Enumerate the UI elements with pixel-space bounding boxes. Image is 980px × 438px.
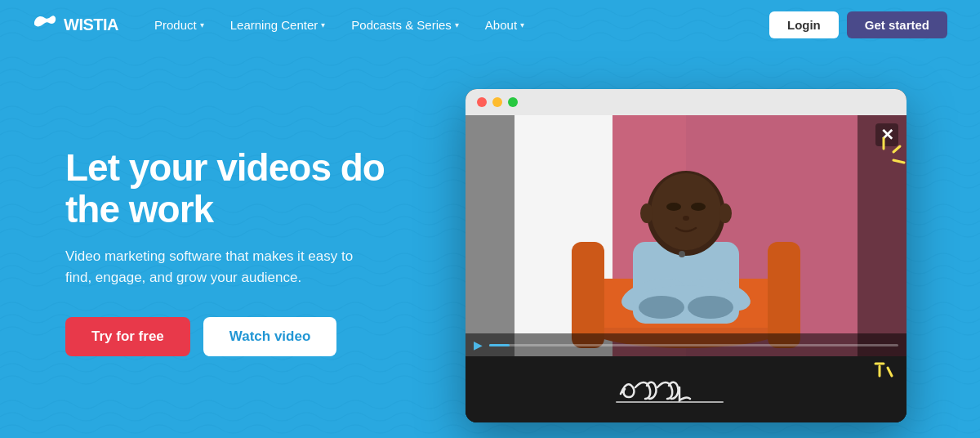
svg-point-23 bbox=[651, 173, 721, 250]
chevron-down-icon: ▾ bbox=[200, 20, 204, 29]
hero-section: Let your videos do the work Video market… bbox=[0, 49, 980, 438]
logo[interactable]: WISTIA bbox=[33, 13, 118, 36]
browser-window: ✕ ▶ bbox=[466, 89, 906, 422]
browser-titlebar bbox=[466, 89, 906, 115]
spark-decoration-top bbox=[859, 134, 908, 183]
svg-point-29 bbox=[679, 251, 685, 257]
logo-text: WISTIA bbox=[64, 16, 118, 34]
hero-subtitle: Video marketing software that makes it e… bbox=[65, 246, 359, 288]
svg-point-26 bbox=[683, 216, 689, 221]
get-started-button[interactable]: Get started bbox=[847, 11, 947, 38]
video-progress-bar[interactable] bbox=[489, 344, 898, 346]
nav-learning-center[interactable]: Learning Center ▾ bbox=[219, 11, 337, 38]
nav-about[interactable]: About ▾ bbox=[474, 11, 536, 38]
chevron-down-icon: ▾ bbox=[520, 20, 524, 29]
nav-product[interactable]: Product ▾ bbox=[143, 11, 216, 38]
hero-buttons: Try for free Watch video bbox=[65, 317, 441, 356]
svg-point-28 bbox=[719, 203, 732, 223]
chevron-down-icon: ▾ bbox=[321, 20, 325, 29]
signature-svg bbox=[604, 369, 768, 406]
play-icon[interactable]: ▶ bbox=[474, 338, 483, 351]
nav-right: Login Get started bbox=[769, 11, 947, 38]
nav-links: Product ▾ Learning Center ▾ Podcasts & S… bbox=[143, 11, 769, 38]
spark-decoration-bottom bbox=[871, 335, 916, 380]
signature-area bbox=[466, 356, 906, 422]
traffic-light-red bbox=[477, 97, 487, 107]
logo-icon bbox=[33, 13, 57, 36]
svg-rect-30 bbox=[466, 115, 514, 356]
svg-point-27 bbox=[640, 203, 653, 223]
watch-video-button[interactable]: Watch video bbox=[203, 317, 337, 356]
video-play-bar: ▶ bbox=[466, 333, 906, 356]
hero-title: Let your videos do the work bbox=[65, 147, 441, 230]
login-button[interactable]: Login bbox=[769, 11, 839, 38]
svg-line-2 bbox=[893, 160, 904, 163]
video-scene bbox=[466, 115, 906, 356]
hero-content: Let your videos do the work Video market… bbox=[65, 147, 441, 356]
svg-rect-14 bbox=[768, 242, 800, 348]
svg-point-19 bbox=[639, 296, 684, 319]
video-frame: ✕ ▶ bbox=[466, 115, 906, 356]
traffic-light-green bbox=[508, 97, 518, 107]
hero-visual: ✕ ▶ bbox=[441, 81, 931, 422]
video-progress-fill bbox=[489, 344, 510, 346]
svg-line-1 bbox=[893, 146, 900, 152]
navbar: WISTIA Product ▾ Learning Center ▾ Podca… bbox=[0, 0, 980, 49]
browser-content: ✕ ▶ bbox=[466, 115, 906, 422]
chevron-down-icon: ▾ bbox=[455, 20, 459, 29]
try-for-free-button[interactable]: Try for free bbox=[65, 317, 190, 356]
svg-point-24 bbox=[666, 203, 681, 211]
svg-point-25 bbox=[691, 203, 706, 211]
svg-line-4 bbox=[888, 368, 892, 376]
traffic-light-yellow bbox=[492, 97, 502, 107]
nav-podcasts[interactable]: Podcasts & Series ▾ bbox=[340, 11, 470, 38]
svg-rect-13 bbox=[572, 242, 604, 348]
svg-point-20 bbox=[688, 296, 733, 319]
